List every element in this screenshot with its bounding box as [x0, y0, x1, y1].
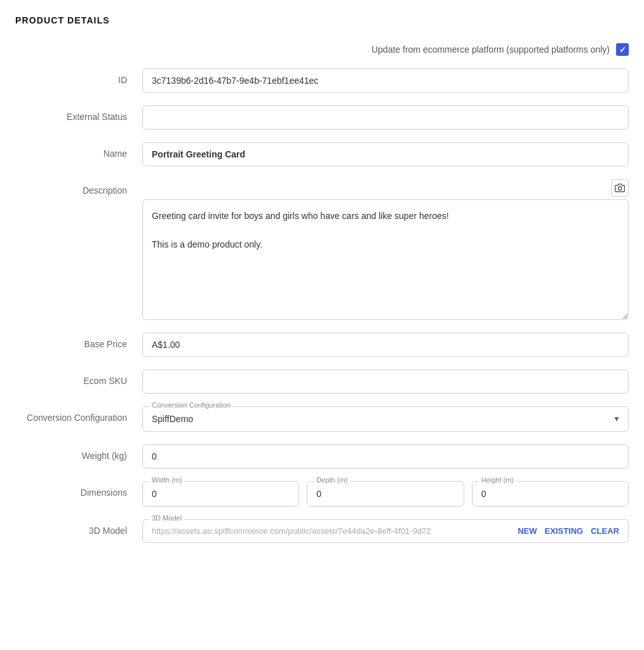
update-row: Update from ecommerce platform (supporte… [15, 43, 629, 56]
id-input[interactable] [142, 69, 629, 93]
base-price-label: Base Price [15, 333, 142, 349]
description-textarea[interactable]: Greeting card invite for boys and girls … [142, 199, 629, 320]
description-field: Greeting card invite for boys and girls … [142, 179, 629, 320]
name-row: Name [15, 142, 629, 166]
model-new-button[interactable]: NEW [518, 526, 537, 536]
page-title: PRODUCT DETAILS [15, 15, 629, 25]
depth-field: Depth (m) [307, 481, 464, 507]
id-label: ID [15, 69, 142, 85]
id-field [142, 69, 629, 93]
update-label: Update from ecommerce platform (supporte… [372, 44, 610, 55]
width-field: Width (m) [142, 481, 299, 507]
conversion-config-fieldset[interactable]: Conversion Configuration SpiffDemo ▼ [142, 406, 629, 432]
description-label: Description [15, 179, 142, 196]
weight-row: Weight (kg) [15, 444, 629, 468]
depth-legend: Depth (m) [314, 476, 350, 484]
height-fieldset: Height (m) [472, 481, 629, 507]
external-status-input[interactable] [142, 105, 629, 129]
update-checkbox[interactable] [616, 43, 629, 56]
model-3d-fieldset: 3D Model https://assets.au.spiffcommerce… [142, 519, 629, 543]
conversion-config-value: SpiffDemo [152, 414, 193, 424]
ecom-sku-field [142, 369, 629, 394]
model-existing-button[interactable]: EXISTING [545, 526, 584, 536]
external-status-field [142, 105, 629, 129]
dimensions-row: Dimensions Width (m) Depth (m) [15, 481, 629, 507]
model-3d-url: https://assets.au.spiffcommerce.com/publ… [152, 526, 518, 536]
model-3d-field: 3D Model https://assets.au.spiffcommerce… [142, 519, 629, 543]
model-3d-legend: 3D Model [149, 514, 184, 522]
width-input[interactable] [152, 489, 290, 499]
ecom-sku-row: Ecom SKU [15, 369, 629, 394]
depth-input[interactable] [316, 489, 454, 499]
height-legend: Height (m) [479, 476, 516, 484]
name-input[interactable] [142, 142, 629, 166]
depth-fieldset: Depth (m) [307, 481, 464, 507]
model-3d-actions: NEW EXISTING CLEAR [518, 526, 619, 536]
weight-label: Weight (kg) [15, 444, 142, 461]
model-clear-button[interactable]: CLEAR [591, 526, 619, 536]
model-3d-row: 3D Model 3D Model https://assets.au.spif… [15, 519, 629, 543]
external-status-label: External Status [15, 105, 142, 122]
id-row: ID [15, 69, 629, 93]
height-input[interactable] [481, 489, 619, 499]
chevron-down-icon: ▼ [613, 415, 621, 423]
ecom-sku-label: Ecom SKU [15, 369, 142, 386]
camera-icon-row [142, 179, 629, 197]
description-row: Description Greeting card invite for boy… [15, 179, 629, 320]
base-price-input[interactable] [142, 333, 629, 357]
width-legend: Width (m) [149, 476, 185, 484]
dimensions-inputs: Width (m) Depth (m) Height (m) [142, 481, 629, 507]
svg-point-0 [618, 187, 621, 190]
weight-field [142, 444, 629, 468]
name-field [142, 142, 629, 166]
ecom-sku-input[interactable] [142, 369, 629, 394]
external-status-row: External Status [15, 105, 629, 129]
base-price-row: Base Price [15, 333, 629, 357]
height-field: Height (m) [472, 481, 629, 507]
width-fieldset: Width (m) [142, 481, 299, 507]
dimensions-label: Dimensions [15, 481, 142, 498]
camera-icon[interactable] [611, 179, 629, 197]
conversion-config-row: Conversion Configuration Conversion Conf… [15, 406, 629, 432]
name-label: Name [15, 142, 142, 159]
conversion-config-label: Conversion Configuration [15, 406, 142, 423]
product-details-form: Update from ecommerce platform (supporte… [15, 43, 629, 543]
model-3d-inner: https://assets.au.spiffcommerce.com/publ… [143, 520, 628, 542]
base-price-field [142, 333, 629, 357]
model-3d-label: 3D Model [15, 519, 142, 536]
weight-input[interactable] [142, 444, 629, 468]
dimensions-field: Width (m) Depth (m) Height (m) [142, 481, 629, 507]
conversion-config-field: Conversion Configuration SpiffDemo ▼ [142, 406, 629, 432]
conversion-config-legend: Conversion Configuration [149, 401, 233, 409]
